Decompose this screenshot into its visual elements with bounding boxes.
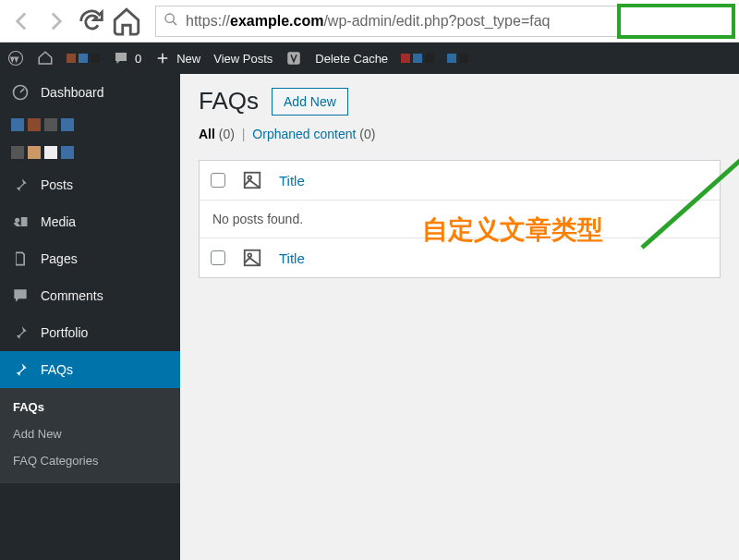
select-all-checkbox-bottom[interactable] [211, 250, 225, 265]
svg-point-0 [165, 14, 174, 22]
forward-button[interactable] [41, 6, 72, 37]
pin-icon [11, 360, 30, 379]
sidebar-item-label: Media [41, 214, 76, 229]
page-heading: FAQs Add New [199, 87, 721, 116]
sidebar-item-media[interactable]: Media [0, 203, 180, 240]
sidebar-item-pages[interactable]: Pages [0, 240, 180, 277]
select-all-checkbox[interactable] [211, 173, 225, 188]
pin-icon [11, 176, 30, 194]
submenu-faqs-all[interactable]: FAQs [0, 394, 180, 420]
table-head-row: Title [200, 161, 720, 201]
yoast-icon[interactable] [285, 50, 302, 67]
address-bar[interactable]: https://example.com/wp-admin/edit.php?po… [155, 6, 733, 37]
back-button[interactable] [6, 6, 37, 37]
list-filters: All (0) | Orphaned content (0) [199, 127, 721, 141]
page-title: FAQs [199, 87, 259, 116]
redacted-row [0, 139, 180, 166]
sidebar-item-label: FAQs [41, 362, 73, 377]
column-title[interactable]: Title [279, 250, 305, 266]
submenu-faqs-add-new[interactable]: Add New [0, 420, 180, 447]
admin-sidebar: Dashboard Posts Media Pages Comments Por… [0, 74, 180, 560]
faqs-submenu: FAQs Add New FAQ Categories [0, 388, 180, 483]
sidebar-item-label: Comments [41, 288, 103, 303]
filter-all-count: (0) [219, 127, 235, 141]
new-content-button[interactable]: New [154, 50, 200, 67]
filter-orphaned[interactable]: Orphaned content [252, 127, 356, 141]
reload-button[interactable] [76, 6, 107, 37]
wp-logo-icon[interactable] [7, 50, 24, 67]
svg-point-8 [248, 253, 251, 257]
column-title[interactable]: Title [279, 173, 305, 189]
delete-cache-link[interactable]: Delete Cache [315, 52, 388, 66]
view-posts-link[interactable]: View Posts [213, 52, 273, 66]
comments-icon[interactable]: 0 [113, 50, 141, 67]
browser-nav-bar: https://example.com/wp-admin/edit.php?po… [0, 0, 739, 43]
search-icon [164, 12, 178, 30]
media-icon [11, 213, 30, 231]
redacted-block [447, 54, 468, 63]
annotation-text: 自定义文章类型 [422, 213, 603, 248]
svg-point-6 [248, 176, 251, 179]
url-text: https://example.com/wp-admin/edit.php?po… [186, 13, 550, 30]
redacted-block [401, 54, 434, 63]
home-button[interactable] [111, 6, 142, 37]
sidebar-item-label: Pages [41, 251, 78, 266]
pages-icon [11, 250, 30, 268]
sidebar-item-label: Dashboard [41, 85, 104, 100]
sidebar-item-posts[interactable]: Posts [0, 166, 180, 203]
featured-image-icon [242, 170, 262, 190]
pin-icon [11, 323, 30, 342]
content-area: FAQs Add New All (0) | Orphaned content … [180, 74, 739, 560]
featured-image-icon [242, 248, 262, 268]
filter-orphaned-count: (0) [359, 127, 375, 141]
sidebar-item-label: Portfolio [41, 325, 88, 340]
filter-all[interactable]: All [199, 127, 215, 141]
dashboard-icon [11, 83, 30, 102]
sidebar-item-label: Posts [41, 177, 73, 192]
svg-point-4 [15, 218, 19, 223]
sidebar-item-dashboard[interactable]: Dashboard [0, 74, 180, 111]
redacted-row [0, 111, 180, 139]
comments-count: 0 [135, 52, 141, 66]
sidebar-item-faqs[interactable]: FAQs [0, 351, 180, 388]
sidebar-item-portfolio[interactable]: Portfolio [0, 314, 180, 351]
wp-admin-toolbar: 0 New View Posts Delete Cache [0, 43, 739, 74]
add-new-button[interactable]: Add New [272, 88, 348, 116]
sidebar-item-comments[interactable]: Comments [0, 277, 180, 314]
submenu-faqs-categories[interactable]: FAQ Categories [0, 447, 180, 474]
url-highlight-box [617, 4, 735, 39]
redacted-block [67, 54, 100, 63]
comments-icon [11, 286, 30, 305]
main-layout: Dashboard Posts Media Pages Comments Por… [0, 74, 739, 560]
site-home-icon[interactable] [37, 50, 54, 67]
